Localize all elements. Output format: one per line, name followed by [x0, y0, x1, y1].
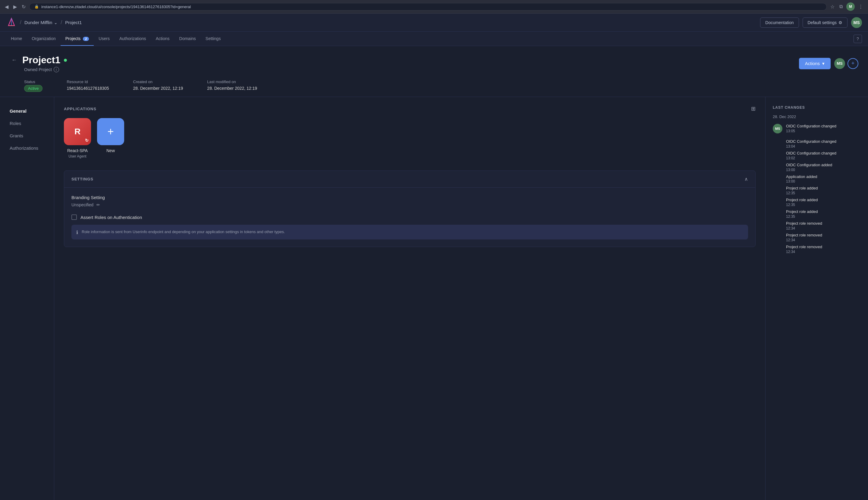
sidebar: General Roles Grants Authorizations	[0, 97, 54, 500]
change-time-0: 13:05	[786, 129, 861, 133]
change-item-7: Project role added 12:35	[773, 209, 861, 219]
project-title-section: ← Project1 Owned Project i	[10, 55, 67, 72]
nav-authorizations[interactable]: Authorizations	[114, 32, 151, 46]
change-event-1: OIDC Configuration changed	[786, 139, 861, 144]
help-button[interactable]: ?	[854, 35, 862, 43]
change-time-5: 12:35	[786, 191, 861, 195]
change-item-0: OIDC Configuration changed 13:05	[786, 124, 861, 133]
nav-organization[interactable]: Organization	[27, 32, 60, 46]
change-event-7: Project role added	[786, 209, 861, 215]
change-group-first: MS OIDC Configuration changed 13:05	[773, 124, 861, 136]
change-avatar: MS	[773, 124, 782, 134]
nav-actions[interactable]: Actions	[151, 32, 175, 46]
change-time-1: 13:04	[786, 144, 861, 148]
created-meta: Created on 28. December 2022, 12:19	[133, 80, 183, 91]
breadcrumb-org[interactable]: Dunder Mifflin ⌄	[24, 20, 58, 25]
info-box: ℹ Role information is sent from Userinfo…	[71, 225, 748, 239]
new-app-label: New	[107, 148, 115, 153]
settings-section: SETTINGS ∧ Branding Setting Unspecified …	[64, 170, 756, 247]
sidebar-item-general[interactable]: General	[6, 105, 48, 116]
main-content: ← Project1 Owned Project i Actions ▾ MS …	[0, 46, 868, 500]
change-time-4: 13:00	[786, 179, 861, 183]
default-settings-button[interactable]: Default settings ⚙	[803, 18, 848, 28]
change-time-6: 12:35	[786, 203, 861, 207]
info-box-text: Role information is sent from Userinfo e…	[82, 229, 285, 235]
app-logo[interactable]	[6, 17, 17, 28]
forward-button[interactable]: ▶	[12, 3, 18, 11]
org-dropdown-btn[interactable]: ⌄	[54, 20, 58, 25]
change-time-2: 13:02	[786, 156, 861, 160]
change-event-4: Application added	[786, 174, 861, 180]
project-title: Project1	[22, 55, 60, 66]
nav-home[interactable]: Home	[6, 32, 27, 46]
nav-projects[interactable]: Projects 2	[60, 32, 94, 46]
grid-view-icon[interactable]: ⊞	[751, 105, 756, 112]
nav-settings[interactable]: Settings	[201, 32, 226, 46]
resource-id-meta: Resource Id 194136146127618305	[67, 80, 109, 91]
change-items-first: OIDC Configuration changed 13:05	[786, 124, 861, 136]
sidebar-item-authorizations[interactable]: Authorizations	[6, 143, 48, 154]
applications-section-header: APPLICATIONS ⊞	[64, 105, 756, 112]
react-spa-icon: R	[64, 118, 91, 145]
nav-users[interactable]: Users	[94, 32, 114, 46]
main-panel: APPLICATIONS ⊞ R React-SPA User Agent +	[54, 97, 766, 500]
change-item-8: Project role removed 12:34	[773, 221, 861, 230]
reload-button[interactable]: ↻	[21, 3, 27, 11]
window-icon[interactable]: ⧉	[838, 3, 844, 11]
project-header-top: ← Project1 Owned Project i Actions ▾ MS …	[10, 55, 858, 72]
last-changes-date: 28. Dec 2022	[773, 114, 861, 119]
assert-roles-label: Assert Roles on Authentication	[80, 215, 142, 220]
browser-menu-icon[interactable]: ⋮	[857, 3, 864, 11]
nav-domains[interactable]: Domains	[175, 32, 201, 46]
actions-chevron-icon: ▾	[822, 61, 825, 66]
settings-gear-icon: ⚙	[838, 20, 842, 25]
applications-title: APPLICATIONS	[64, 106, 97, 111]
assert-roles-checkbox[interactable]	[71, 215, 77, 220]
modified-meta: Last modified on 28. December 2022, 12:1…	[207, 80, 257, 91]
documentation-button[interactable]: Documentation	[760, 18, 799, 28]
app-card-react-spa[interactable]: R React-SPA User Agent	[64, 118, 91, 158]
app-card-new[interactable]: + New	[97, 118, 124, 158]
nav-bar: Home Organization Projects 2 Users Autho…	[0, 32, 868, 46]
change-item-9: Project role removed 12:34	[773, 233, 861, 242]
modified-value: 28. December 2022, 12:19	[207, 86, 257, 91]
assert-roles-row: Assert Roles on Authentication	[71, 215, 748, 220]
settings-section-title: SETTINGS	[71, 177, 93, 181]
add-member-button[interactable]: +	[847, 58, 858, 69]
change-time-3: 13:00	[786, 168, 861, 172]
header-left: / Dunder Mifflin ⌄ / Project1	[6, 17, 82, 28]
settings-section-header[interactable]: SETTINGS ∧	[64, 171, 755, 188]
owned-project-info-icon[interactable]: i	[54, 67, 59, 72]
sidebar-item-roles[interactable]: Roles	[6, 118, 48, 129]
react-spa-type: User Agent	[68, 154, 86, 158]
breadcrumb-sep-1: /	[20, 19, 21, 26]
settings-collapse-icon: ∧	[744, 176, 748, 182]
change-event-10: Project role removed	[786, 245, 861, 250]
status-badge: Active	[24, 85, 43, 92]
add-member-group: MS +	[834, 58, 858, 69]
change-time-9: 12:34	[786, 238, 861, 242]
sidebar-item-grants[interactable]: Grants	[6, 130, 48, 141]
member-avatar[interactable]: MS	[834, 58, 845, 69]
url-text: instance1-dkmnzw.zitadel.cloud/ui/consol…	[41, 4, 191, 9]
change-item-1: OIDC Configuration changed 13:04	[773, 139, 861, 148]
back-to-projects-button[interactable]: ←	[10, 55, 19, 65]
change-time-10: 12:34	[786, 250, 861, 254]
change-time-7: 12:35	[786, 215, 861, 219]
last-changes-title: LAST CHANGES	[773, 105, 861, 110]
back-button[interactable]: ◀	[4, 3, 10, 11]
content-area: General Roles Grants Authorizations APPL…	[0, 97, 868, 500]
star-icon[interactable]: ☆	[829, 3, 836, 11]
change-item-6: Project role added 12:35	[773, 197, 861, 207]
branding-setting-label: Branding Setting	[71, 195, 748, 200]
project-actions-button[interactable]: Actions ▾	[799, 58, 831, 69]
branding-edit-icon[interactable]: ✏	[97, 202, 100, 207]
change-time-8: 12:34	[786, 226, 861, 230]
user-avatar-header[interactable]: MS	[851, 17, 862, 28]
project-title-row: ← Project1	[10, 55, 67, 66]
address-bar[interactable]: 🔒 instance1-dkmnzw.zitadel.cloud/ui/cons…	[29, 3, 827, 11]
status-meta: Status Active	[24, 80, 43, 91]
browser-user-avatar[interactable]: M	[846, 2, 855, 11]
react-spa-name: React-SPA	[67, 148, 88, 153]
change-item-2: OIDC Configuration changed 13:02	[773, 151, 861, 160]
